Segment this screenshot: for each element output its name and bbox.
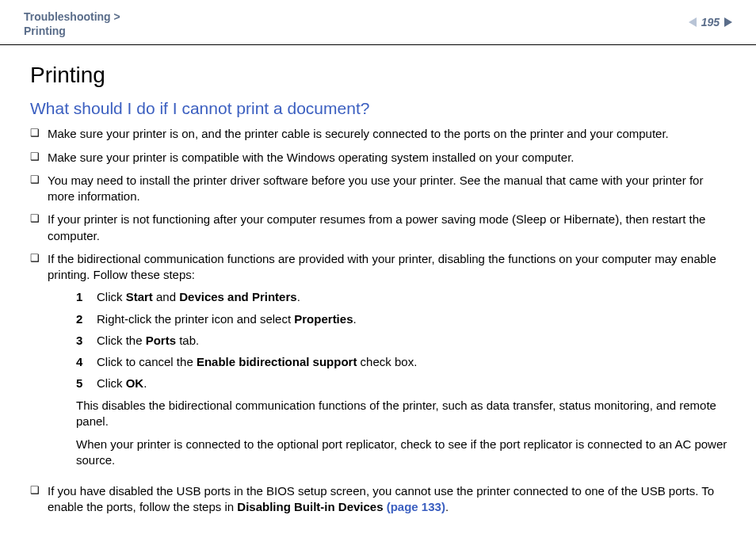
list-item: ❑If your printer is not functioning afte… [30,212,732,244]
bullet-list: ❑Make sure your printer is on, and the p… [30,126,732,515]
note-text: This disables the bidirectional communic… [76,398,732,430]
bullet-icon: ❑ [30,173,48,187]
bullet-icon: ❑ [30,126,48,140]
step-number: 5 [76,376,97,391]
page-title: Printing [30,63,732,88]
list-item: ❑ If the bidirectional communication fun… [30,251,732,476]
prev-page-icon[interactable] [689,17,697,27]
bullet-text: Make sure your printer is compatible wit… [48,150,732,166]
step-text: Click the Ports tab. [97,333,732,349]
step-item: 2Right-click the printer icon and select… [76,311,732,327]
page-content: Printing What should I do if I cannot pr… [0,45,756,515]
bullet-text: If you have disabled the USB ports in th… [48,483,732,516]
question-heading: What should I do if I cannot print a doc… [30,99,732,118]
step-item: 4Click to cancel the Enable bidirectiona… [76,354,732,370]
list-item: ❑You may need to install the printer dri… [30,173,732,205]
list-item: ❑Make sure your printer is on, and the p… [30,126,732,142]
step-item: 3Click the Ports tab. [76,333,732,349]
list-item: ❑Make sure your printer is compatible wi… [30,150,732,166]
bullet-icon: ❑ [30,212,48,226]
list-item: ❑ If you have disabled the USB ports in … [30,483,732,516]
step-item: 5Click OK. [76,376,732,391]
page-number: 195 [700,16,721,29]
bullet-icon: ❑ [30,483,48,498]
breadcrumb-page: Printing [24,24,120,38]
bullet-text: You may need to install the printer driv… [48,173,732,205]
steps-list: 1Click Start and Devices and Printers. 2… [76,289,732,391]
step-item: 1Click Start and Devices and Printers. [76,289,732,305]
page-link[interactable]: (page 133) [387,500,445,513]
bullet-text: If your printer is not functioning after… [48,212,732,244]
step-text: Click Start and Devices and Printers. [97,289,732,305]
bullet-text: Make sure your printer is on, and the pr… [48,126,732,142]
step-text: Right-click the printer icon and select … [97,311,732,327]
step-text: Click to cancel the Enable bidirectional… [97,354,732,370]
step-number: 2 [76,311,97,327]
page-header: Troubleshooting > Printing 195 [0,0,756,45]
note-text: When your printer is connected to the op… [76,437,732,469]
bullet-icon: ❑ [30,251,48,265]
bullet-text: If the bidirectional communication funct… [48,251,732,476]
step-number: 1 [76,289,97,305]
breadcrumb: Troubleshooting > Printing [24,10,120,38]
step-number: 3 [76,333,97,349]
breadcrumb-section: Troubleshooting > [24,10,120,24]
next-page-icon[interactable] [724,17,732,27]
step-number: 4 [76,354,97,370]
bullet-icon: ❑ [30,150,48,164]
page-navigation: 195 [689,16,732,29]
step-text: Click OK. [97,376,732,391]
